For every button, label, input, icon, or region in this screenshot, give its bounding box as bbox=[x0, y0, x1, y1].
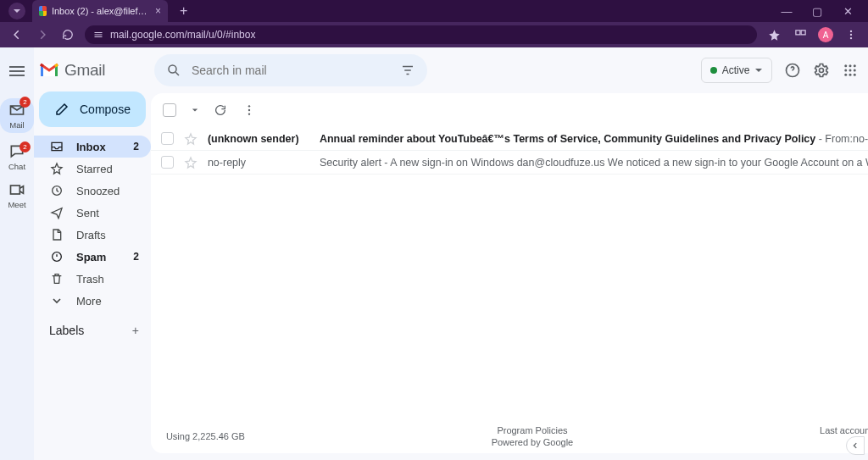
rail-mail-label: Mail bbox=[9, 120, 24, 130]
site-settings-icon[interactable] bbox=[93, 30, 103, 40]
inbox-icon bbox=[49, 139, 64, 154]
window-minimize-button[interactable]: — bbox=[776, 5, 797, 18]
settings-icon[interactable] bbox=[813, 62, 830, 79]
svg-point-18 bbox=[849, 74, 852, 76]
browser-tab[interactable]: Inbox (2) - alex@filefuze.co - Sy × bbox=[32, 0, 168, 22]
trash-icon bbox=[49, 271, 64, 286]
svg-point-21 bbox=[248, 109, 250, 111]
snoozed-icon bbox=[49, 183, 64, 198]
extensions-icon[interactable] bbox=[792, 26, 809, 43]
compose-label: Compose bbox=[80, 103, 131, 116]
starred-icon bbox=[49, 161, 64, 176]
svg-point-20 bbox=[248, 105, 250, 107]
compose-button[interactable]: Compose bbox=[39, 91, 146, 127]
search-options-icon[interactable] bbox=[400, 63, 415, 78]
support-icon[interactable] bbox=[784, 62, 801, 79]
message-checkbox[interactable] bbox=[161, 156, 174, 169]
url-text: mail.google.com/mail/u/0/#inbox bbox=[110, 29, 255, 41]
sidebar-item-spam[interactable]: Spam2 bbox=[34, 246, 151, 268]
sidebar-item-starred[interactable]: Starred bbox=[34, 158, 151, 180]
chevron-down-icon bbox=[754, 66, 763, 75]
message-row[interactable]: no-replySecurity alert - A new sign-in o… bbox=[151, 151, 868, 175]
rail-meet[interactable]: Meet bbox=[0, 181, 34, 209]
svg-point-10 bbox=[820, 69, 824, 73]
browser-title-bar: Inbox (2) - alex@filefuze.co - Sy × + — … bbox=[0, 0, 868, 22]
svg-point-2 bbox=[850, 30, 852, 32]
sidebar-item-label: Drafts bbox=[76, 229, 106, 241]
svg-rect-1 bbox=[801, 30, 805, 34]
refresh-button[interactable] bbox=[214, 103, 227, 117]
svg-point-3 bbox=[850, 34, 852, 36]
gmail-brand-text: Gmail bbox=[64, 61, 105, 80]
window-maximize-button[interactable]: ▢ bbox=[807, 5, 827, 18]
rail-chat[interactable]: 2 Chat bbox=[0, 143, 34, 171]
nav-back-button[interactable] bbox=[8, 26, 25, 43]
message-list-pane: 1–2 of 2 (unknown sender)Annual reminder… bbox=[151, 93, 868, 453]
sidebar-item-drafts[interactable]: Drafts bbox=[34, 224, 151, 246]
status-dot-icon bbox=[710, 67, 717, 74]
gmail-brand[interactable]: Gmail bbox=[34, 54, 151, 91]
apps-icon[interactable] bbox=[842, 62, 859, 79]
sidebar-item-label: Snoozed bbox=[76, 185, 120, 197]
address-field[interactable]: mail.google.com/mail/u/0/#inbox bbox=[85, 25, 757, 44]
sidebar-item-more[interactable]: More bbox=[34, 290, 151, 312]
sidebar-item-trash[interactable]: Trash bbox=[34, 268, 151, 290]
side-panel-toggle[interactable] bbox=[846, 436, 865, 455]
sidebar-item-snoozed[interactable]: Snoozed bbox=[34, 180, 151, 202]
more-icon bbox=[49, 293, 64, 308]
sidebar-item-label: Spam bbox=[76, 251, 106, 263]
sidebar-item-count: 2 bbox=[133, 251, 139, 263]
select-dropdown-button[interactable] bbox=[192, 107, 198, 114]
browser-dropdown[interactable] bbox=[8, 3, 25, 19]
pencil-icon bbox=[54, 102, 70, 117]
nav-reload-button[interactable] bbox=[59, 26, 76, 43]
browser-profile-avatar[interactable]: A bbox=[818, 27, 833, 42]
svg-point-14 bbox=[845, 69, 848, 72]
svg-point-15 bbox=[849, 69, 852, 72]
select-all-checkbox[interactable] bbox=[163, 103, 176, 117]
more-actions-button[interactable] bbox=[242, 103, 256, 117]
svg-point-19 bbox=[854, 74, 856, 76]
gmail-logo-icon bbox=[39, 63, 59, 78]
message-checkbox[interactable] bbox=[161, 132, 174, 145]
app-topbar: Active Google A bbox=[151, 47, 868, 93]
main-menu-icon[interactable] bbox=[7, 61, 27, 81]
message-sender: (unknown sender) bbox=[208, 133, 309, 145]
svg-point-12 bbox=[849, 64, 852, 67]
drafts-icon bbox=[49, 227, 64, 242]
rail-mail[interactable]: 2 Mail bbox=[0, 98, 34, 133]
rail-chat-badge: 2 bbox=[19, 141, 31, 152]
meet-icon bbox=[8, 181, 25, 198]
svg-point-8 bbox=[169, 65, 176, 73]
program-policies-link[interactable]: Program Policies bbox=[245, 424, 820, 436]
new-tab-button[interactable]: + bbox=[175, 3, 192, 19]
star-icon[interactable] bbox=[184, 156, 198, 169]
bookmark-icon[interactable] bbox=[765, 26, 782, 43]
svg-rect-5 bbox=[11, 186, 20, 194]
sidebar: Gmail Compose Inbox2StarredSnoozedSentDr… bbox=[34, 47, 151, 460]
message-snippet: - From:no-reply@... bbox=[815, 133, 868, 145]
search-input[interactable] bbox=[192, 64, 390, 77]
sidebar-item-label: Trash bbox=[76, 273, 104, 285]
window-close-button[interactable]: ✕ bbox=[837, 5, 858, 18]
search-bar[interactable] bbox=[154, 54, 427, 86]
sidebar-item-inbox[interactable]: Inbox2 bbox=[34, 136, 151, 158]
tab-title: Inbox (2) - alex@filefuze.co - Sy bbox=[52, 6, 150, 16]
message-subject: Security alert - A new sign-in on Window… bbox=[320, 157, 868, 169]
message-row[interactable]: (unknown sender)Annual reminder about Yo… bbox=[151, 127, 868, 151]
add-label-button[interactable]: + bbox=[132, 324, 139, 337]
status-chip[interactable]: Active bbox=[701, 58, 773, 83]
sidebar-item-label: Inbox bbox=[76, 141, 106, 153]
star-icon[interactable] bbox=[184, 132, 198, 146]
nav-forward-button[interactable] bbox=[34, 26, 51, 43]
rail-chat-label: Chat bbox=[8, 162, 25, 171]
svg-point-22 bbox=[248, 113, 250, 114]
storage-usage[interactable]: Using 2,225.46 GB bbox=[166, 431, 245, 441]
tab-close-icon[interactable]: × bbox=[155, 5, 161, 17]
sidebar-item-label: Sent bbox=[76, 207, 99, 219]
svg-point-11 bbox=[845, 64, 848, 67]
browser-menu-icon[interactable] bbox=[843, 26, 860, 43]
svg-rect-0 bbox=[795, 30, 799, 34]
last-activity-text: Last account activity: 2 hours ago bbox=[820, 424, 868, 436]
sidebar-item-sent[interactable]: Sent bbox=[34, 202, 151, 224]
